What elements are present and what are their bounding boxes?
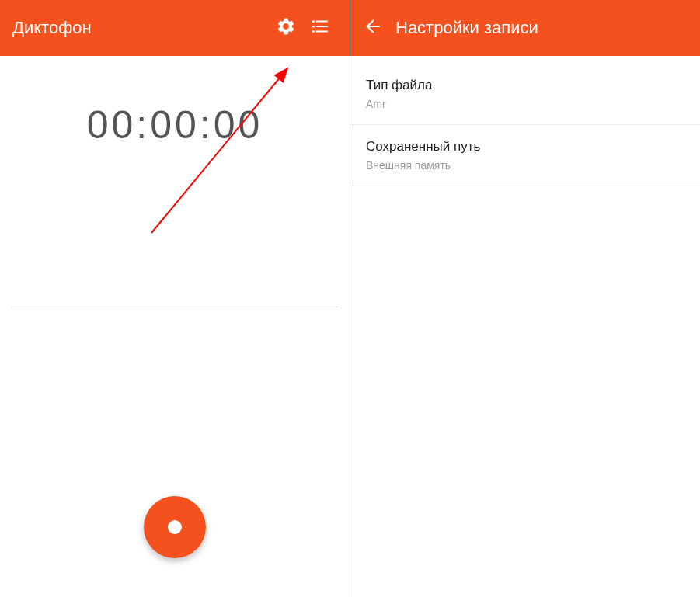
save-path-item[interactable]: Сохраненный путь Внешняя память bbox=[350, 125, 700, 186]
record-icon bbox=[168, 520, 182, 534]
settings-button[interactable] bbox=[269, 11, 303, 45]
recorder-title: Диктофон bbox=[12, 18, 269, 38]
timer-display: 00:00:00 bbox=[0, 56, 350, 148]
settings-appbar: Настройки записи bbox=[350, 0, 700, 56]
save-path-title: Сохраненный путь bbox=[366, 139, 684, 154]
record-button[interactable] bbox=[144, 496, 206, 558]
list-icon bbox=[310, 16, 330, 40]
gear-icon bbox=[276, 16, 296, 40]
recorder-screen: Диктофон 00:00:00 bbox=[0, 0, 350, 597]
list-button[interactable] bbox=[303, 11, 337, 45]
recorder-appbar: Диктофон bbox=[0, 0, 350, 56]
save-path-value: Внешняя память bbox=[366, 159, 684, 172]
file-type-value: Amr bbox=[366, 98, 684, 110]
file-type-item[interactable]: Тип файла Amr bbox=[350, 64, 700, 125]
settings-list: Тип файла Amr Сохраненный путь Внешняя п… bbox=[350, 56, 700, 186]
file-type-title: Тип файла bbox=[366, 78, 684, 93]
waveform-divider bbox=[12, 307, 338, 307]
settings-title: Настройки записи bbox=[395, 18, 688, 38]
back-button[interactable] bbox=[363, 16, 383, 40]
arrow-left-icon bbox=[363, 26, 383, 39]
settings-screen: Настройки записи Тип файла Amr Сохраненн… bbox=[350, 0, 700, 597]
